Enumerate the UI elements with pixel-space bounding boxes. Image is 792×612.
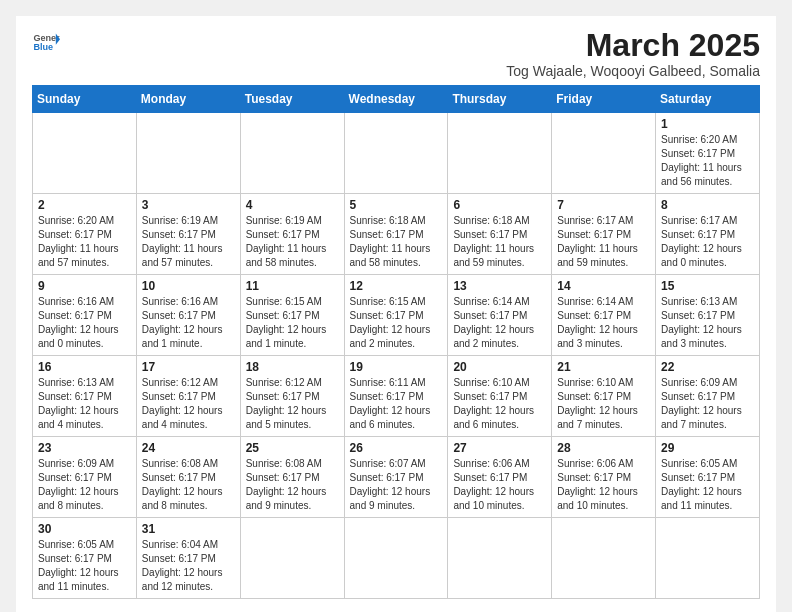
day-info: Sunrise: 6:18 AMSunset: 6:17 PMDaylight:… xyxy=(350,214,443,270)
day-number: 3 xyxy=(142,198,235,212)
calendar-cell xyxy=(240,113,344,194)
day-info: Sunrise: 6:17 AMSunset: 6:17 PMDaylight:… xyxy=(661,214,754,270)
logo: General Blue xyxy=(32,28,60,56)
day-info: Sunrise: 6:20 AMSunset: 6:17 PMDaylight:… xyxy=(38,214,131,270)
day-number: 20 xyxy=(453,360,546,374)
day-info: Sunrise: 6:06 AMSunset: 6:17 PMDaylight:… xyxy=(557,457,650,513)
calendar-cell xyxy=(344,113,448,194)
day-number: 26 xyxy=(350,441,443,455)
day-number: 14 xyxy=(557,279,650,293)
calendar-week-6: 30Sunrise: 6:05 AMSunset: 6:17 PMDayligh… xyxy=(33,518,760,599)
day-info: Sunrise: 6:16 AMSunset: 6:17 PMDaylight:… xyxy=(38,295,131,351)
day-info: Sunrise: 6:19 AMSunset: 6:17 PMDaylight:… xyxy=(142,214,235,270)
calendar-cell: 9Sunrise: 6:16 AMSunset: 6:17 PMDaylight… xyxy=(33,275,137,356)
day-info: Sunrise: 6:08 AMSunset: 6:17 PMDaylight:… xyxy=(142,457,235,513)
day-info: Sunrise: 6:10 AMSunset: 6:17 PMDaylight:… xyxy=(557,376,650,432)
calendar-cell: 8Sunrise: 6:17 AMSunset: 6:17 PMDaylight… xyxy=(656,194,760,275)
day-info: Sunrise: 6:11 AMSunset: 6:17 PMDaylight:… xyxy=(350,376,443,432)
day-info: Sunrise: 6:19 AMSunset: 6:17 PMDaylight:… xyxy=(246,214,339,270)
calendar-page: General Blue March 2025 Tog Wajaale, Woq… xyxy=(16,16,776,612)
weekday-header-wednesday: Wednesday xyxy=(344,86,448,113)
calendar-cell: 3Sunrise: 6:19 AMSunset: 6:17 PMDaylight… xyxy=(136,194,240,275)
calendar-cell: 7Sunrise: 6:17 AMSunset: 6:17 PMDaylight… xyxy=(552,194,656,275)
day-number: 12 xyxy=(350,279,443,293)
location-subtitle: Tog Wajaale, Woqooyi Galbeed, Somalia xyxy=(506,63,760,79)
day-number: 29 xyxy=(661,441,754,455)
weekday-header-monday: Monday xyxy=(136,86,240,113)
day-number: 23 xyxy=(38,441,131,455)
month-title: March 2025 xyxy=(506,28,760,63)
calendar-cell: 5Sunrise: 6:18 AMSunset: 6:17 PMDaylight… xyxy=(344,194,448,275)
weekday-header-sunday: Sunday xyxy=(33,86,137,113)
calendar-cell: 10Sunrise: 6:16 AMSunset: 6:17 PMDayligh… xyxy=(136,275,240,356)
calendar-cell: 22Sunrise: 6:09 AMSunset: 6:17 PMDayligh… xyxy=(656,356,760,437)
calendar-cell xyxy=(552,113,656,194)
calendar-week-2: 2Sunrise: 6:20 AMSunset: 6:17 PMDaylight… xyxy=(33,194,760,275)
day-number: 28 xyxy=(557,441,650,455)
calendar-cell: 28Sunrise: 6:06 AMSunset: 6:17 PMDayligh… xyxy=(552,437,656,518)
day-info: Sunrise: 6:18 AMSunset: 6:17 PMDaylight:… xyxy=(453,214,546,270)
day-number: 27 xyxy=(453,441,546,455)
calendar-cell: 30Sunrise: 6:05 AMSunset: 6:17 PMDayligh… xyxy=(33,518,137,599)
weekday-header-friday: Friday xyxy=(552,86,656,113)
day-info: Sunrise: 6:07 AMSunset: 6:17 PMDaylight:… xyxy=(350,457,443,513)
weekday-header-row: SundayMondayTuesdayWednesdayThursdayFrid… xyxy=(33,86,760,113)
day-info: Sunrise: 6:16 AMSunset: 6:17 PMDaylight:… xyxy=(142,295,235,351)
weekday-header-thursday: Thursday xyxy=(448,86,552,113)
calendar-cell xyxy=(344,518,448,599)
day-number: 25 xyxy=(246,441,339,455)
calendar-cell: 29Sunrise: 6:05 AMSunset: 6:17 PMDayligh… xyxy=(656,437,760,518)
day-number: 4 xyxy=(246,198,339,212)
day-info: Sunrise: 6:14 AMSunset: 6:17 PMDaylight:… xyxy=(557,295,650,351)
calendar-cell: 25Sunrise: 6:08 AMSunset: 6:17 PMDayligh… xyxy=(240,437,344,518)
day-number: 6 xyxy=(453,198,546,212)
svg-text:Blue: Blue xyxy=(33,42,53,52)
day-info: Sunrise: 6:14 AMSunset: 6:17 PMDaylight:… xyxy=(453,295,546,351)
calendar-cell: 21Sunrise: 6:10 AMSunset: 6:17 PMDayligh… xyxy=(552,356,656,437)
day-number: 9 xyxy=(38,279,131,293)
day-number: 10 xyxy=(142,279,235,293)
day-info: Sunrise: 6:15 AMSunset: 6:17 PMDaylight:… xyxy=(350,295,443,351)
day-number: 7 xyxy=(557,198,650,212)
day-info: Sunrise: 6:06 AMSunset: 6:17 PMDaylight:… xyxy=(453,457,546,513)
calendar-cell: 14Sunrise: 6:14 AMSunset: 6:17 PMDayligh… xyxy=(552,275,656,356)
day-info: Sunrise: 6:12 AMSunset: 6:17 PMDaylight:… xyxy=(246,376,339,432)
day-number: 5 xyxy=(350,198,443,212)
calendar-cell xyxy=(656,518,760,599)
calendar-cell: 23Sunrise: 6:09 AMSunset: 6:17 PMDayligh… xyxy=(33,437,137,518)
calendar-cell: 19Sunrise: 6:11 AMSunset: 6:17 PMDayligh… xyxy=(344,356,448,437)
calendar-cell: 2Sunrise: 6:20 AMSunset: 6:17 PMDaylight… xyxy=(33,194,137,275)
day-info: Sunrise: 6:13 AMSunset: 6:17 PMDaylight:… xyxy=(38,376,131,432)
calendar-cell: 4Sunrise: 6:19 AMSunset: 6:17 PMDaylight… xyxy=(240,194,344,275)
day-info: Sunrise: 6:05 AMSunset: 6:17 PMDaylight:… xyxy=(661,457,754,513)
calendar-week-4: 16Sunrise: 6:13 AMSunset: 6:17 PMDayligh… xyxy=(33,356,760,437)
calendar-cell: 17Sunrise: 6:12 AMSunset: 6:17 PMDayligh… xyxy=(136,356,240,437)
logo-icon: General Blue xyxy=(32,28,60,56)
calendar-cell: 11Sunrise: 6:15 AMSunset: 6:17 PMDayligh… xyxy=(240,275,344,356)
day-number: 31 xyxy=(142,522,235,536)
calendar-cell: 31Sunrise: 6:04 AMSunset: 6:17 PMDayligh… xyxy=(136,518,240,599)
day-number: 8 xyxy=(661,198,754,212)
calendar-cell xyxy=(448,518,552,599)
day-info: Sunrise: 6:13 AMSunset: 6:17 PMDaylight:… xyxy=(661,295,754,351)
weekday-header-saturday: Saturday xyxy=(656,86,760,113)
day-number: 2 xyxy=(38,198,131,212)
calendar-table: SundayMondayTuesdayWednesdayThursdayFrid… xyxy=(32,85,760,599)
day-info: Sunrise: 6:17 AMSunset: 6:17 PMDaylight:… xyxy=(557,214,650,270)
calendar-cell: 6Sunrise: 6:18 AMSunset: 6:17 PMDaylight… xyxy=(448,194,552,275)
day-info: Sunrise: 6:10 AMSunset: 6:17 PMDaylight:… xyxy=(453,376,546,432)
day-number: 22 xyxy=(661,360,754,374)
day-number: 30 xyxy=(38,522,131,536)
calendar-cell: 24Sunrise: 6:08 AMSunset: 6:17 PMDayligh… xyxy=(136,437,240,518)
calendar-cell: 1Sunrise: 6:20 AMSunset: 6:17 PMDaylight… xyxy=(656,113,760,194)
day-info: Sunrise: 6:12 AMSunset: 6:17 PMDaylight:… xyxy=(142,376,235,432)
calendar-cell xyxy=(240,518,344,599)
day-number: 1 xyxy=(661,117,754,131)
day-info: Sunrise: 6:04 AMSunset: 6:17 PMDaylight:… xyxy=(142,538,235,594)
calendar-cell xyxy=(33,113,137,194)
day-number: 11 xyxy=(246,279,339,293)
title-block: March 2025 Tog Wajaale, Woqooyi Galbeed,… xyxy=(506,28,760,79)
day-number: 17 xyxy=(142,360,235,374)
day-number: 21 xyxy=(557,360,650,374)
day-info: Sunrise: 6:08 AMSunset: 6:17 PMDaylight:… xyxy=(246,457,339,513)
